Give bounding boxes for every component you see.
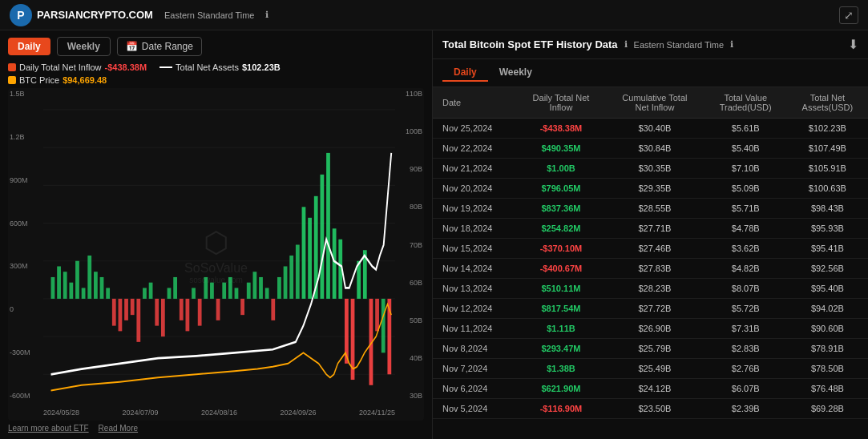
inflow-legend: Daily Total Net Inflow -$438.38M	[8, 62, 147, 72]
expand-button[interactable]: ⤢	[839, 6, 858, 24]
svg-rect-19	[119, 299, 123, 331]
table-cell-3-0: Nov 20,2024	[433, 179, 517, 199]
y-label-0: 1.5B	[10, 90, 42, 98]
table-cell-11-1: $293.47M	[517, 339, 605, 359]
svg-rect-45	[277, 277, 281, 299]
col-header-value-traded: Total ValueTraded(USD)	[704, 87, 787, 119]
table-cell-7-0: Nov 14,2024	[433, 259, 517, 279]
table-cell-6-3: $3.62B	[704, 239, 787, 259]
svg-rect-14	[87, 256, 91, 299]
table-cell-13-4: $76.48B	[787, 379, 868, 399]
top-bar: P PARSIANCRYPTO.COM Eastern Standard Tim…	[0, 0, 868, 30]
y-axis-left: 1.5B 1.2B 900M 600M 300M 0 -300M -600M	[8, 88, 43, 401]
x-label-0: 2024/05/28	[43, 409, 79, 417]
learn-more-link[interactable]: Learn more about ETF	[8, 424, 89, 433]
svg-rect-52	[320, 175, 324, 299]
assets-legend: Total Net Assets $102.23B	[159, 62, 281, 72]
tab-weekly-left[interactable]: Weekly	[57, 37, 111, 56]
table-row: Nov 6,2024$621.90M$24.12B$6.07B$76.48B	[433, 379, 868, 399]
table-cell-3-3: $5.09B	[704, 179, 787, 199]
logo-text: PARSIANCRYPTO.COM	[37, 9, 153, 21]
table-cell-11-3: $2.83B	[704, 339, 787, 359]
table-cell-7-2: $27.83B	[605, 259, 704, 279]
table-cell-7-4: $92.56B	[787, 259, 868, 279]
table-cell-0-1: -$438.38M	[517, 119, 605, 139]
read-more-link[interactable]: Read More	[99, 424, 138, 433]
assets-line	[159, 66, 172, 68]
table-cell-9-3: $5.72B	[704, 299, 787, 319]
col-header-net-assets: Total NetAssets(USD)	[787, 87, 868, 119]
table-cell-12-2: $25.49B	[605, 359, 704, 379]
table-cell-10-3: $7.31B	[704, 319, 787, 339]
yr-label-2: 90B	[397, 165, 422, 173]
table-cell-14-2: $23.50B	[605, 399, 704, 419]
btc-label: BTC Price	[19, 75, 59, 85]
table-cell-13-0: Nov 6,2024	[433, 379, 517, 399]
table-cell-4-1: $837.36M	[517, 199, 605, 219]
svg-rect-13	[82, 288, 86, 298]
assets-label: Total Net Assets	[176, 62, 239, 72]
x-axis: 2024/05/28 2024/07/09 2024/08/16 2024/09…	[43, 405, 395, 421]
header-info-icon[interactable]: ℹ	[265, 10, 268, 20]
svg-rect-23	[143, 288, 147, 298]
logo-icon: P	[10, 4, 32, 26]
btc-dot	[8, 76, 16, 84]
rtab-weekly[interactable]: Weekly	[488, 64, 543, 82]
table-row: Nov 13,2024$510.11M$28.23B$8.07B$95.40B	[433, 279, 868, 299]
right-panel: Total Bitcoin Spot ETF History Data ℹ Ea…	[433, 30, 868, 439]
table-cell-9-1: $817.54M	[517, 299, 605, 319]
svg-rect-31	[192, 288, 196, 298]
svg-rect-47	[289, 256, 293, 299]
x-label-4: 2024/11/25	[359, 409, 395, 417]
table-cell-12-0: Nov 7,2024	[433, 359, 517, 379]
date-range-button[interactable]: 📅 Date Range	[117, 37, 202, 56]
table-cell-11-0: Nov 8,2024	[433, 339, 517, 359]
svg-rect-24	[149, 283, 153, 299]
table-row: Nov 21,2024$1.00B$30.35B$7.10B$105.91B	[433, 159, 868, 179]
y-label-6: -300M	[10, 348, 42, 356]
y-axis-right: 110B 100B 90B 80B 70B 60B 50B 40B 30B	[395, 88, 424, 401]
yr-label-0: 110B	[397, 90, 422, 98]
svg-rect-9	[57, 266, 61, 298]
table-cell-5-3: $4.78B	[704, 219, 787, 239]
rtab-daily[interactable]: Daily	[442, 64, 488, 82]
table-cell-12-4: $78.50B	[787, 359, 868, 379]
svg-rect-42	[259, 277, 263, 299]
svg-rect-40	[247, 283, 251, 299]
y-label-3: 600M	[10, 220, 42, 228]
tab-daily-left[interactable]: Daily	[8, 38, 50, 55]
table-row: Nov 14,2024-$400.67M$27.83B$4.82B$92.56B	[433, 259, 868, 279]
table-cell-9-4: $94.02B	[787, 299, 868, 319]
svg-rect-33	[204, 277, 208, 299]
table-cell-13-2: $24.12B	[605, 379, 704, 399]
table-cell-5-2: $27.71B	[605, 219, 704, 239]
svg-rect-53	[326, 153, 330, 299]
x-label-1: 2024/07/09	[122, 409, 158, 417]
table-cell-5-4: $95.93B	[787, 219, 868, 239]
table-cell-4-4: $98.43B	[787, 199, 868, 219]
right-tz-info-icon[interactable]: ℹ	[730, 39, 733, 50]
col-header-cumulative-inflow: Cumulative TotalNet Inflow	[605, 87, 704, 119]
table-row: Nov 19,2024$837.36M$28.55B$5.71B$98.43B	[433, 199, 868, 219]
table-cell-8-4: $95.40B	[787, 279, 868, 299]
table-row: Nov 11,2024$1.11B$26.90B$7.31B$90.60B	[433, 319, 868, 339]
table-cell-2-4: $105.91B	[787, 159, 868, 179]
right-title-info-icon[interactable]: ℹ	[624, 39, 628, 50]
svg-rect-21	[131, 299, 135, 315]
table-cell-1-0: Nov 22,2024	[433, 139, 517, 159]
table-cell-6-2: $27.46B	[605, 239, 704, 259]
svg-rect-11	[69, 283, 73, 299]
svg-rect-36	[222, 283, 226, 299]
table-row: Nov 20,2024$796.05M$29.35B$5.09B$100.63B	[433, 179, 868, 199]
table-cell-4-2: $28.55B	[605, 199, 704, 219]
table-cell-7-1: -$400.67M	[517, 259, 605, 279]
svg-rect-39	[240, 299, 244, 315]
right-header: Total Bitcoin Spot ETF History Data ℹ Ea…	[433, 30, 868, 59]
table-container[interactable]: Date Daily Total NetInflow Cumulative To…	[433, 87, 868, 439]
svg-rect-28	[173, 277, 177, 299]
col-header-date: Date	[433, 87, 517, 119]
y-label-2: 900M	[10, 176, 42, 184]
x-label-3: 2024/09/26	[280, 409, 316, 417]
y-label-7: -600M	[10, 392, 42, 400]
download-button[interactable]: ⬇	[848, 37, 858, 52]
